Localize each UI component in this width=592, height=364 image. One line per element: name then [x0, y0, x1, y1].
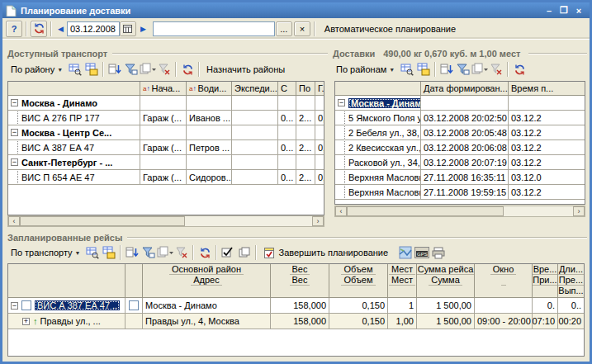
transport-hscrollbar[interactable]: ‹ › [7, 215, 324, 227]
table-row[interactable]: ВИС А 387 ЕА 47 Гараж (... Петров ... 0.… [8, 140, 324, 155]
header-cell-places[interactable]: МестМест [388, 264, 417, 298]
scroll-track[interactable] [504, 206, 573, 216]
header-cell-time[interactable]: Вре...При... [533, 264, 558, 298]
scroll-track[interactable] [185, 216, 312, 226]
help-button[interactable]: ? [6, 21, 22, 37]
vehicle-checkbox[interactable] [21, 300, 31, 310]
header-cell-tree[interactable] [8, 264, 126, 298]
scroll-right-button[interactable]: › [312, 216, 324, 226]
table-row[interactable]: Верхняя Масловка ... 27.11.2008 16:35:11… [335, 170, 585, 185]
header-cell-g[interactable]: Г... [315, 82, 324, 96]
sort-button[interactable] [438, 61, 455, 78]
scroll-thumb[interactable] [20, 216, 185, 226]
select-rows-button[interactable] [220, 244, 236, 261]
header-cell-weight[interactable]: ВесВес [271, 264, 329, 298]
header-cell-start[interactable]: а↑Нача... [140, 82, 187, 96]
header-cell-po[interactable]: По [296, 82, 315, 96]
table-row[interactable]: Расковой ул., 34, М... 03.12.2008 20:07:… [335, 155, 585, 170]
table-row[interactable]: Верхняя Масловка ... 27.11.2008 19:59:15… [335, 185, 585, 200]
assign-districts-button[interactable]: Назначить районы [202, 63, 289, 76]
table-row-group[interactable]: −Москва - Динамо [8, 96, 324, 111]
sort-icon [126, 246, 139, 259]
trips-group-by-button[interactable]: По транспорту▼ [7, 246, 84, 259]
copy-rows-button[interactable] [236, 244, 253, 261]
collapse-icon[interactable]: − [338, 99, 345, 106]
expand-icon[interactable]: + [22, 318, 30, 325]
tree-guide [344, 171, 345, 183]
trips-refresh-button[interactable] [197, 244, 213, 261]
list-settings-button[interactable] [399, 61, 415, 78]
save-list-settings-button[interactable] [415, 61, 432, 78]
collapse-icon[interactable]: − [11, 302, 18, 310]
prev-day-button[interactable]: ◀ [54, 25, 67, 33]
clear-filter-button[interactable] [156, 61, 173, 78]
table-row[interactable]: 5 Ямского Поля ул.,... 03.12.2008 20:02:… [335, 111, 585, 125]
maximize-button[interactable]: ❐ [556, 5, 571, 16]
date-input[interactable] [67, 21, 120, 36]
header-cell[interactable] [335, 82, 421, 96]
header-cell-driver[interactable]: а↑Води... [187, 82, 232, 96]
filter-history-button[interactable] [157, 244, 173, 261]
header-cell-forwarder[interactable]: Экспеди... [232, 82, 278, 96]
list-settings-button[interactable] [84, 244, 101, 261]
header-cell-time[interactable]: Время п... [509, 82, 585, 96]
collapse-icon[interactable]: − [11, 99, 18, 106]
auto-planning-button[interactable]: Автоматическое планирование [324, 24, 456, 34]
save-list-settings-button[interactable] [101, 244, 117, 261]
table-row-vehicle[interactable]: −ВИС А 387 ЕА 47 .. Москва - Динамо 158,… [8, 298, 584, 314]
deliveries-group-by-button[interactable]: По районам▼ [332, 63, 399, 76]
refresh-button[interactable] [31, 21, 47, 37]
scroll-left-button[interactable]: ‹ [335, 206, 347, 216]
selection-input[interactable] [153, 21, 275, 36]
header-cell-duration[interactable]: Дли...Пре...Вып... [558, 264, 584, 298]
row-checkbox[interactable] [129, 300, 139, 310]
header-cell-c[interactable]: С [278, 82, 296, 96]
table-row[interactable]: ВИС П 654 АЕ 47 Гараж (... Сидоров... 0.… [8, 170, 324, 185]
clear-field-button[interactable]: × [294, 21, 310, 36]
calendar-button[interactable] [120, 21, 136, 36]
ellipsis-button[interactable]: ... [276, 21, 292, 36]
header-cell-sum[interactable]: Сумма рейсаСумма [417, 264, 475, 298]
table-row[interactable]: ВИС А 276 ПР 177 Гараж (... Иванов ... 0… [8, 111, 324, 125]
filter-history-button[interactable] [471, 61, 488, 78]
close-button[interactable]: × [571, 6, 586, 16]
table-row-group-selected[interactable]: −Москва - Динамо [335, 96, 585, 111]
header-cell-volume[interactable]: ОбъемОбъем [329, 264, 388, 298]
header-cell-check[interactable] [126, 264, 143, 298]
transport-group-by-button[interactable]: По району▼ [7, 63, 67, 76]
deliveries-hscrollbar[interactable]: ‹ › [334, 206, 585, 217]
minimize-button[interactable]: – [542, 6, 556, 16]
collapse-icon[interactable]: − [11, 158, 18, 166]
clear-filter-icon [158, 63, 171, 76]
scroll-left-button[interactable]: ‹ [8, 216, 20, 226]
filter-button[interactable] [140, 244, 157, 261]
collapse-icon[interactable]: − [11, 129, 18, 136]
header-cell-date[interactable]: Дата формирован... [421, 82, 509, 96]
table-row-group[interactable]: −Санкт-Петербург - ... [8, 155, 324, 170]
clear-filter-button[interactable] [488, 61, 504, 78]
deliveries-refresh-button[interactable] [511, 61, 528, 78]
gps-button[interactable]: GPS [414, 244, 430, 261]
table-row-point[interactable]: +↑Правды ул., ... Правды ул., 4, Москва … [8, 314, 584, 329]
header-cell[interactable] [8, 82, 140, 96]
header-cell-district[interactable]: Основной районАдрес [143, 264, 271, 298]
table-row[interactable]: 2 Квесисская ул., 2... 03.12.2008 20:06:… [335, 140, 585, 155]
next-day-button[interactable]: ▶ [137, 25, 149, 33]
filter-button[interactable] [455, 61, 471, 78]
sort-button[interactable] [124, 244, 140, 261]
scroll-thumb[interactable] [347, 206, 504, 216]
print-button[interactable] [430, 244, 447, 261]
header-cell-window[interactable]: Окно [475, 264, 533, 298]
filter-history-button[interactable] [140, 61, 156, 78]
clear-filter-button[interactable] [173, 244, 190, 261]
list-settings-button[interactable] [67, 61, 83, 78]
scroll-right-button[interactable]: › [573, 206, 585, 216]
sort-button[interactable] [107, 61, 123, 78]
filter-button[interactable] [123, 61, 140, 78]
transport-refresh-button[interactable] [179, 61, 196, 78]
finish-planning-button[interactable]: Завершить планирование [259, 245, 392, 261]
table-row-group[interactable]: −Москва - Центр Се... [8, 125, 324, 140]
show-map-button[interactable] [397, 244, 414, 261]
table-row[interactable]: 2 Бебеля ул., 38, Мо... 03.12.2008 20:05… [335, 125, 585, 140]
save-list-settings-button[interactable] [83, 61, 100, 78]
